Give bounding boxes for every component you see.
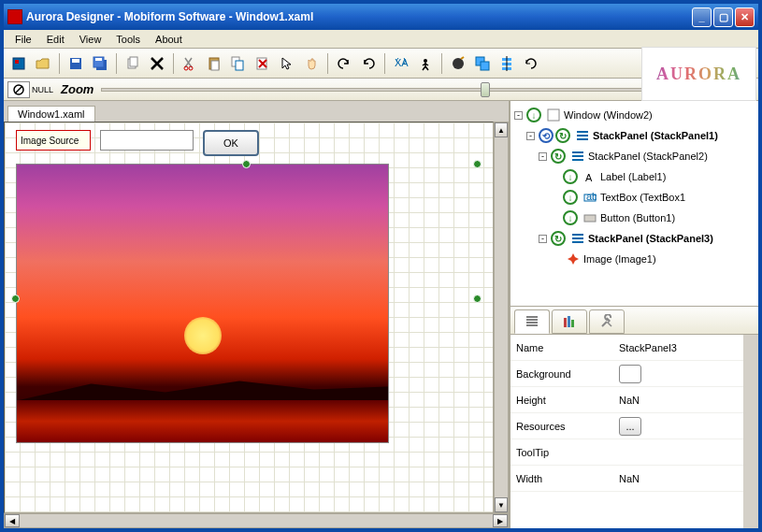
zoom-slider-thumb[interactable]	[481, 82, 490, 97]
property-value[interactable]: StackPanel3	[619, 342, 677, 353]
cut-button[interactable]	[179, 52, 201, 75]
tree-expander[interactable]: -	[526, 132, 535, 140]
tree-node-label[interactable]: Button (Button1)	[600, 212, 675, 223]
tools-tab[interactable]	[589, 309, 625, 334]
image-source-input[interactable]	[100, 130, 194, 151]
svg-point-17	[424, 59, 427, 63]
tree-node-label[interactable]: Label (Label1)	[600, 171, 666, 182]
svg-rect-14	[236, 61, 243, 70]
tree-expander[interactable]: -	[539, 235, 547, 243]
delete-button[interactable]	[146, 52, 168, 75]
scroll-left-icon[interactable]: ◀	[5, 514, 20, 527]
properties-tab[interactable]	[514, 309, 550, 334]
design-canvas[interactable]: Image Source OK	[4, 122, 494, 513]
hand-tool[interactable]	[300, 52, 323, 75]
align-button[interactable]	[496, 52, 518, 75]
property-row: NameStackPanel3	[510, 335, 758, 361]
tree-node-label[interactable]: StackPanel (StackPanel3)	[588, 233, 713, 244]
maximize-button[interactable]: ▢	[713, 7, 733, 27]
menu-view[interactable]: View	[72, 32, 109, 47]
menu-about[interactable]: About	[148, 32, 190, 47]
tree-node-label[interactable]: Image (Image1)	[583, 253, 656, 265]
scroll-right-icon[interactable]: ▶	[493, 514, 508, 527]
redo-button[interactable]	[357, 52, 380, 75]
menu-tools[interactable]: Tools	[108, 32, 148, 47]
tree-node[interactable]: Image (Image1)	[514, 249, 755, 269]
null-button[interactable]	[7, 81, 30, 98]
property-name: Width	[516, 473, 619, 484]
open-button[interactable]	[32, 52, 54, 75]
svg-rect-47	[571, 320, 574, 327]
run-button[interactable]	[414, 52, 437, 75]
paste-button[interactable]	[203, 52, 225, 75]
stack-icon	[576, 129, 589, 142]
canvas-vscroll[interactable]: ▲ ▼	[494, 122, 509, 513]
undo-button[interactable]	[333, 52, 355, 75]
property-value[interactable]: NaN	[619, 473, 640, 484]
tree-state-icon: ↓	[563, 210, 578, 225]
property-name: Background	[516, 368, 619, 380]
tree-node[interactable]: ↓ALabel (Label1)	[514, 166, 755, 187]
duplicate-button[interactable]	[227, 52, 250, 75]
tree-expander[interactable]: -	[539, 152, 547, 161]
edit-button[interactable]: ...	[619, 417, 641, 436]
scroll-up-icon[interactable]: ▲	[495, 122, 508, 137]
tree-node[interactable]: ↓Button (Button1)	[514, 208, 755, 228]
svg-rect-46	[568, 316, 570, 327]
tree-node[interactable]: ↓abTextBox (TextBox1	[514, 187, 755, 208]
svg-rect-20	[481, 62, 489, 70]
preview-button[interactable]	[447, 52, 469, 75]
tree-node[interactable]: -⟲↻StackPanel (StackPanel1)	[514, 125, 755, 146]
copy-button[interactable]	[122, 52, 144, 75]
props-vscroll[interactable]	[743, 335, 758, 528]
app-icon	[7, 9, 22, 24]
svg-rect-6	[95, 58, 102, 61]
menu-edit[interactable]: Edit	[39, 32, 72, 47]
stack-icon	[571, 232, 584, 245]
svg-line-26	[15, 86, 22, 93]
svg-rect-8	[130, 57, 137, 66]
textbox-icon: ab	[583, 191, 597, 204]
zoom-slider-track[interactable]	[101, 88, 712, 92]
svg-text:XAML: XAML	[395, 57, 409, 68]
scroll-down-icon[interactable]: ▼	[495, 497, 508, 512]
design-image[interactable]	[16, 164, 389, 443]
pointer-tool[interactable]	[276, 52, 298, 75]
tree-node[interactable]: -↻StackPanel (StackPanel2)	[514, 146, 755, 166]
xaml-view-button[interactable]: XAML	[390, 52, 412, 75]
tree-node-label[interactable]: Window (Window2)	[564, 109, 653, 121]
canvas-hscroll[interactable]: ◀ ▶	[4, 513, 509, 528]
property-row: HeightNaN	[510, 387, 758, 413]
selection-handle[interactable]	[473, 160, 482, 168]
save-button[interactable]	[65, 52, 87, 75]
tree-expander[interactable]: -	[514, 111, 523, 120]
ok-button[interactable]: OK	[203, 130, 259, 156]
new-button[interactable]	[7, 52, 30, 75]
tree-node-label[interactable]: StackPanel (StackPanel2)	[588, 151, 708, 162]
titlebar[interactable]: Aurora Designer - Mobiform Software - Wi…	[4, 4, 758, 30]
selection-handle[interactable]	[242, 160, 251, 168]
clear-button[interactable]	[252, 52, 274, 75]
minimize-button[interactable]: _	[692, 7, 712, 27]
svg-rect-12	[211, 61, 219, 70]
null-label: NULL	[32, 85, 53, 94]
save-all-button[interactable]	[89, 52, 111, 75]
tree-node[interactable]: -↓Window (Window2)	[514, 105, 755, 125]
property-name: ToolTip	[516, 447, 619, 458]
selection-handle[interactable]	[11, 295, 20, 303]
property-name: Resources	[516, 421, 619, 432]
styles-tab[interactable]	[552, 309, 587, 334]
refresh-button[interactable]	[520, 52, 542, 75]
tree-node-label[interactable]: StackPanel (StackPanel1)	[593, 130, 718, 141]
tree-state-icon: ↓	[563, 169, 578, 184]
color-picker-button[interactable]	[619, 365, 641, 383]
property-value[interactable]: NaN	[619, 395, 640, 406]
menu-file[interactable]: File	[7, 32, 39, 47]
tab-window1[interactable]: Window1.xaml	[7, 106, 95, 122]
selection-handle[interactable]	[473, 295, 482, 303]
property-row: Background	[510, 361, 758, 387]
tree-node[interactable]: -↻StackPanel (StackPanel3)	[514, 228, 755, 249]
tree-node-label[interactable]: TextBox (TextBox1	[600, 192, 685, 203]
bring-front-button[interactable]	[471, 52, 494, 75]
close-button[interactable]: ✕	[735, 7, 755, 27]
